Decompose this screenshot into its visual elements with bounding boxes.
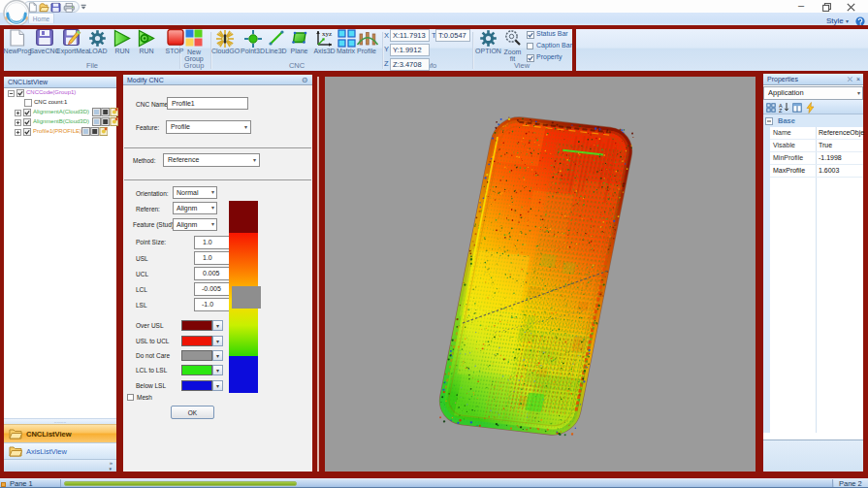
svg-text:xyz: xyz: [322, 30, 332, 38]
svg-text:Z: Z: [779, 108, 783, 113]
